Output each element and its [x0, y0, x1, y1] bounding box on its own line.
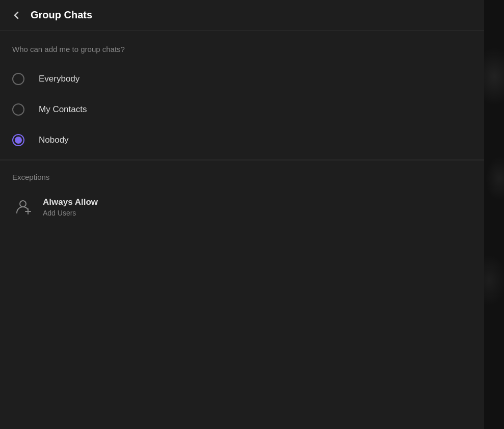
radio-circle-nobody: [12, 134, 24, 146]
back-button[interactable]: [10, 9, 22, 21]
page-title: Group Chats: [31, 9, 92, 21]
svg-point-0: [20, 201, 26, 207]
exception-text: Always Allow Add Users: [43, 197, 98, 217]
radio-options: Everybody My Contacts Nobody: [0, 64, 484, 155]
content: Who can add me to group chats? Everybody…: [0, 31, 484, 429]
side-decoration: [484, 0, 504, 429]
header: Group Chats: [0, 0, 484, 31]
add-user-icon: [12, 196, 35, 218]
main-panel: Group Chats Who can add me to group chat…: [0, 0, 484, 429]
exception-subtitle: Add Users: [43, 209, 98, 217]
radio-option-my-contacts[interactable]: My Contacts: [12, 94, 472, 125]
always-allow-item[interactable]: Always Allow Add Users: [12, 192, 472, 222]
exceptions-title: Exceptions: [12, 173, 472, 181]
radio-circle-my-contacts: [12, 103, 24, 116]
radio-label-everybody: Everybody: [39, 74, 79, 84]
radio-label-my-contacts: My Contacts: [39, 104, 87, 115]
radio-option-everybody[interactable]: Everybody: [12, 64, 472, 94]
section-question: Who can add me to group chats?: [0, 31, 484, 64]
radio-circle-everybody: [12, 73, 24, 85]
exceptions-section: Exceptions Always Allow Add Users: [0, 160, 484, 222]
radio-label-nobody: Nobody: [39, 135, 69, 145]
exception-title: Always Allow: [43, 197, 98, 207]
radio-option-nobody[interactable]: Nobody: [12, 125, 472, 155]
